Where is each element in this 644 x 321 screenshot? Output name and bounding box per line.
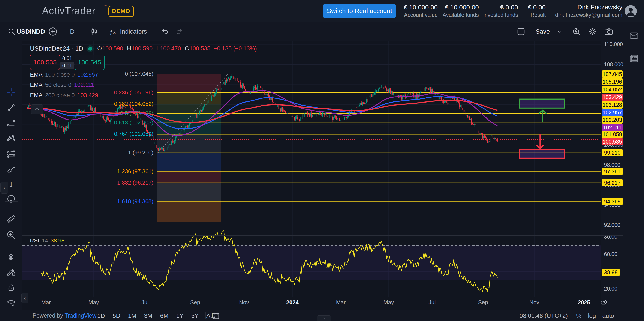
right-rail (624, 22, 644, 321)
range-button-5d[interactable]: 5D (113, 312, 120, 319)
price-badge-last: 100.535 (602, 138, 622, 145)
timeline-collapse-left[interactable]: ‹ (22, 293, 28, 303)
mail-icon[interactable] (629, 31, 639, 41)
object-tree-expander[interactable]: › (0, 182, 8, 194)
time-axis-label: Mar (336, 299, 346, 306)
ohlc-pair: C100.535 (185, 45, 210, 52)
interval-button[interactable]: D (70, 22, 74, 41)
percent-scale-toggle[interactable]: % (576, 312, 582, 319)
news-icon[interactable] (629, 53, 639, 64)
price-badge-fib: 94.368 (602, 198, 622, 205)
user-email: dirk.friczewsky@gmail.com (555, 11, 622, 18)
range-button-1m[interactable]: 1M (128, 312, 136, 319)
fib-level-label: 0.382 (104.052) (0, 101, 154, 107)
hide-all-drawings-icon[interactable] (6, 297, 16, 307)
time-axis-label: 2024 (286, 299, 299, 306)
toolbar-divider (5, 308, 18, 308)
time-axis-label: Nov (239, 299, 249, 306)
indicators-button[interactable]: Indicators (120, 22, 147, 41)
price-tick: 110.000 (604, 41, 623, 47)
magnet-icon[interactable] (6, 251, 16, 261)
tradingview-link[interactable]: TradingView (65, 312, 96, 319)
bottom-divider (206, 312, 206, 319)
time-axis-label: Jul (142, 299, 148, 306)
fib-level-label: 0.618 (102.203) (0, 119, 154, 126)
chart-canvas[interactable] (22, 41, 601, 310)
bottom-panel-expander[interactable] (317, 315, 331, 321)
time-axis-label: May (88, 299, 99, 306)
price-badge-fib: 105.196 (602, 78, 622, 85)
user-block[interactable]: Dirk Friczewsky dirk.friczewsky@gmail.co… (555, 3, 622, 18)
ema-legend[interactable]: EMA200 close 0103.429 (30, 92, 98, 99)
range-button-1y[interactable]: 1Y (176, 312, 184, 319)
time-axis-label: May (383, 299, 394, 306)
remove-all-drawings-icon[interactable] (6, 319, 16, 321)
fx-icon[interactable]: ƒx (110, 22, 116, 41)
scales-settings-hexagon-icon[interactable] (600, 298, 608, 306)
powered-by-text: Powered by (32, 312, 63, 319)
market-status-dot[interactable] (88, 47, 92, 51)
user-name: Dirk Friczewsky (555, 3, 622, 11)
lock-all-drawings-icon[interactable] (6, 283, 16, 292)
log-scale-toggle[interactable]: log (588, 312, 596, 319)
go-to-date-icon[interactable] (211, 311, 220, 321)
bottom-toolbar: Powered by TradingView 1D5D1M3M6M1Y5YAll… (22, 310, 644, 321)
pane-separator[interactable] (22, 235, 624, 236)
account-stat: € 10 000.00Account value (404, 3, 438, 18)
price-scale[interactable]: 110.000108.000100.00098.00096.00094.0009… (601, 41, 624, 310)
draw-mode-icon[interactable] (6, 267, 16, 277)
ohlc-pair: H100.590 (127, 45, 152, 52)
clock-timezone[interactable]: 08:01:48 (UTC+2) (520, 312, 568, 319)
chart-style-icon[interactable] (90, 22, 99, 41)
time-axis-label: Jul (428, 299, 436, 306)
top-header: ActivTrader ™ DEMO Switch to Real accoun… (0, 0, 644, 23)
compare-add-symbol-icon[interactable] (48, 22, 58, 41)
ohlc-pair: O100.590 (97, 45, 123, 52)
fib-level-label: 0.5 (103.128) (0, 110, 154, 117)
price-badge-fib: 102.203 (602, 116, 622, 124)
range-button-3m[interactable]: 3M (144, 312, 152, 319)
price-badge-fib: 97.361 (602, 168, 622, 175)
symbol-search-input[interactable]: USDINDD (17, 22, 45, 41)
time-axis-label: 2025 (578, 299, 590, 306)
ema-legend[interactable]: EMA100 close 0102.957 (30, 71, 98, 78)
undo-icon[interactable] (160, 22, 169, 41)
auto-scale-toggle[interactable]: auto (602, 312, 614, 319)
date-range-buttons: 1D5D1M3M6M1Y5YAll (97, 310, 213, 321)
stat-value: € 0.00 (528, 3, 546, 11)
snapshot-camera-icon[interactable] (604, 22, 614, 41)
price-badge-fib: 107.045 (602, 70, 622, 78)
zoom-in-icon[interactable] (6, 230, 16, 240)
ema-legend[interactable]: EMA50 close 0102.111 (30, 82, 94, 88)
price-badge-ema100: 102.957 (602, 109, 622, 116)
quick-search-icon[interactable] (572, 22, 582, 41)
time-axis-label: Mar (41, 299, 51, 306)
range-button-5y[interactable]: 5Y (191, 312, 198, 319)
save-button[interactable]: Save (536, 22, 550, 41)
rsi-legend[interactable]: RSI1438.98 (30, 237, 64, 244)
redo-icon[interactable] (175, 22, 184, 41)
account-stat: € 0.00Result (528, 3, 546, 18)
save-menu-chevron-icon[interactable] (556, 22, 562, 41)
account-stat: € 0.00Invested funds (483, 3, 518, 18)
price-badge-ema50: 102.111 (602, 124, 622, 131)
settings-gear-icon[interactable] (588, 22, 597, 41)
price-badge-fib: 103.128 (602, 101, 622, 109)
switch-to-real-account-button[interactable]: Switch to Real account (323, 4, 396, 18)
avatar[interactable] (625, 5, 637, 17)
buy-button[interactable]: 100.545 (74, 55, 104, 70)
price-tick: 98.000 (604, 162, 620, 168)
symbol-title[interactable]: USDIndDec24 · 1D (30, 45, 83, 52)
ruler-icon[interactable] (6, 214, 16, 224)
symbol-search-icon[interactable] (7, 22, 16, 41)
stat-label: Invested funds (483, 11, 518, 18)
layout-select-icon[interactable] (516, 22, 526, 41)
sell-button[interactable]: 100.535 (30, 55, 60, 70)
panel-expander-chevron-up[interactable] (31, 104, 44, 114)
range-button-6m[interactable]: 6M (160, 312, 168, 319)
account-stat: € 10 000.00Available funds (442, 3, 479, 18)
fib-level-label: 1.382 (96.217) (0, 179, 154, 186)
range-button-1d[interactable]: 1D (97, 312, 105, 319)
price-badge-ema200: 103.429 (602, 94, 622, 101)
price-badge-fib: 104.052 (602, 86, 622, 93)
